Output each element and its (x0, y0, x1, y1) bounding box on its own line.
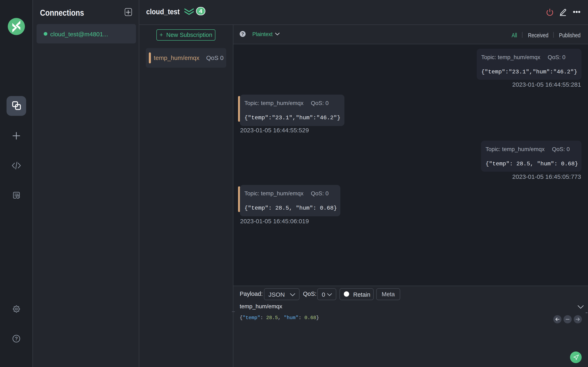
svg-text:?: ? (15, 336, 18, 341)
